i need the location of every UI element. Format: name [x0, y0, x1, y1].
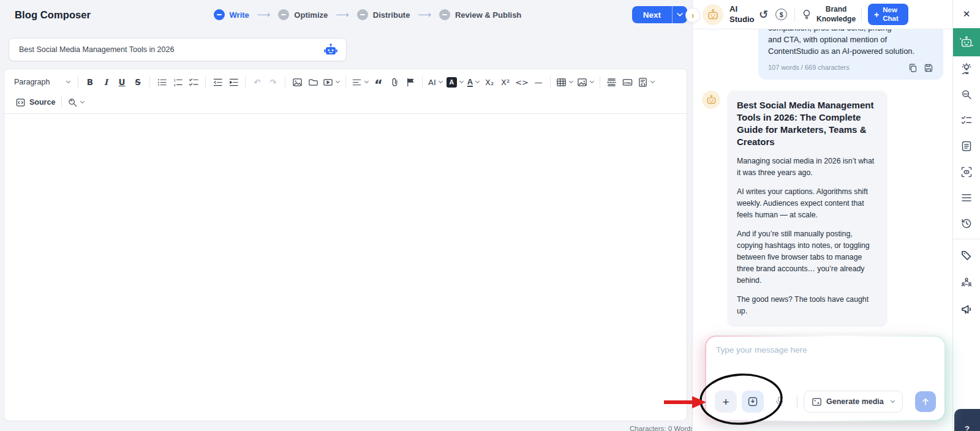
step-distribute[interactable]: Distribute	[357, 9, 410, 20]
ai-title-assistant-icon[interactable]	[323, 42, 339, 57]
strikethrough-button[interactable]: S	[130, 74, 146, 90]
html-embed-button[interactable]: HTML	[620, 74, 636, 90]
editor-status-bar: Characters: 0 Words: 0	[630, 425, 702, 431]
rail-item-team[interactable]	[953, 269, 980, 296]
idea-hand-icon	[960, 63, 973, 75]
media-library-button[interactable]	[305, 74, 321, 90]
right-icon-rail: ✕ SEO	[952, 0, 980, 431]
inline-code-button[interactable]: <>	[513, 74, 530, 90]
rail-item-notes[interactable]	[953, 133, 980, 159]
subscript-button[interactable]: X₂	[481, 74, 497, 90]
rail-item-outline[interactable]	[953, 185, 980, 211]
chat-history-button[interactable]: ↺	[759, 8, 768, 21]
collapse-panel-button[interactable]: ›	[685, 8, 700, 23]
underline-label: U	[119, 77, 126, 87]
copy-icon	[908, 63, 918, 73]
font-color-button[interactable]: A	[466, 74, 481, 90]
checklist-icon	[960, 114, 973, 127]
undo-button[interactable]: ↶	[249, 74, 265, 90]
ideas-button[interactable]	[801, 9, 812, 20]
find-replace-button[interactable]	[66, 94, 86, 110]
highlight-color-button[interactable]: A	[445, 74, 466, 90]
step-write[interactable]: Write	[214, 9, 249, 20]
flag-icon	[405, 77, 416, 88]
generate-media-button[interactable]: Generate media	[804, 391, 903, 413]
outdent-button[interactable]	[209, 74, 225, 90]
brand-knowledge-link[interactable]: Brand Knowledge	[816, 5, 856, 24]
rail-item-seo[interactable]: SEO	[953, 82, 980, 108]
voice-input-button[interactable]	[769, 391, 791, 413]
step-review-publish[interactable]: Review & Publish	[439, 9, 521, 20]
step-arrow-icon: ⟶	[257, 9, 271, 20]
superscript-label: X²	[501, 78, 510, 87]
indent-button[interactable]	[225, 74, 241, 90]
insert-video-button[interactable]	[321, 74, 342, 90]
horizontal-rule-icon: —	[534, 78, 542, 87]
text-align-button[interactable]	[350, 74, 371, 90]
rail-item-ai-assistant[interactable]	[953, 28, 980, 56]
save-icon	[924, 63, 933, 73]
robot-icon	[706, 94, 717, 105]
chat-input-actions: +	[715, 391, 936, 413]
post-title-input[interactable]: Best Social Media Management Tools in 20…	[9, 38, 347, 61]
numbered-list-button[interactable]: 1 2	[170, 74, 186, 90]
blog-composer-main: Blog Composer Write ⟶ Optimize ⟶ Distrib…	[0, 0, 692, 431]
image-options-button[interactable]	[575, 74, 596, 90]
bold-button[interactable]: B	[82, 74, 98, 90]
page-break-button[interactable]	[604, 74, 620, 90]
todo-list-button[interactable]	[186, 74, 202, 90]
rail-item-campaigns[interactable]	[953, 296, 980, 323]
ai-studio-header: › AI Studio ↺ $	[693, 0, 952, 29]
paragraph-style-label: Paragraph	[14, 78, 64, 86]
anchor-flag-button[interactable]	[402, 74, 418, 90]
rail-item-preview[interactable]	[953, 159, 980, 185]
rail-item-tags[interactable]	[953, 242, 980, 269]
paragraph-style-select[interactable]: Paragraph	[10, 78, 74, 86]
send-message-button[interactable]	[915, 391, 936, 412]
outdent-icon	[213, 77, 223, 88]
ai-writer-button[interactable]: AI	[426, 74, 445, 90]
prompt-library-button[interactable]	[742, 391, 764, 413]
italic-button[interactable]: I	[98, 74, 114, 90]
step-optimize[interactable]: Optimize	[278, 9, 328, 20]
history-clock-icon	[960, 217, 973, 230]
page-title: Blog Composer	[15, 9, 91, 21]
main-header: Blog Composer Write ⟶ Optimize ⟶ Distrib…	[0, 0, 692, 29]
rail-item-ideas[interactable]	[953, 56, 980, 82]
chevron-down-icon	[439, 79, 443, 83]
word-count-meta: 107 words / 669 characters	[768, 62, 850, 73]
attach-button[interactable]: +	[715, 391, 737, 413]
toolbar-divider	[345, 76, 346, 88]
assistant-message-row: Best Social Media Management Tools in 20…	[702, 91, 946, 327]
new-chat-label: New Chat	[883, 6, 902, 23]
chat-message-input[interactable]: Type your message here	[716, 345, 935, 354]
step-review-circle-icon	[439, 9, 450, 20]
blockquote-button[interactable]: “	[371, 74, 386, 90]
insert-link-button[interactable]	[386, 74, 402, 90]
horizontal-rule-button[interactable]: —	[530, 74, 546, 90]
new-chat-button[interactable]: + New Chat	[868, 4, 908, 26]
superscript-button[interactable]: X²	[497, 74, 513, 90]
help-widget[interactable]: ?	[954, 409, 980, 431]
bulleted-list-icon	[157, 77, 167, 88]
copy-message-button[interactable]	[908, 63, 918, 73]
insert-table-button[interactable]	[554, 74, 575, 90]
save-message-button[interactable]	[924, 63, 933, 73]
image-icon	[292, 77, 303, 88]
close-panel-button[interactable]: ✕	[953, 0, 980, 28]
credits-button[interactable]: $	[775, 9, 787, 20]
editor-content-area[interactable]	[4, 114, 687, 419]
tag-icon	[960, 249, 973, 261]
underline-button[interactable]: U	[114, 74, 130, 90]
source-toggle-button[interactable]: Source	[13, 97, 58, 108]
code-template-button[interactable]	[636, 74, 657, 90]
user-message-line: and CTA, with optional mention of	[768, 34, 933, 45]
rail-item-checklist[interactable]	[953, 108, 980, 133]
bulleted-list-button[interactable]	[154, 74, 170, 90]
redo-button[interactable]: ↷	[265, 74, 281, 90]
insert-image-button[interactable]	[289, 74, 305, 90]
assistant-paragraph: The good news? The tools have caught up.	[737, 294, 878, 317]
rail-item-history[interactable]	[953, 211, 980, 236]
user-message-line: ContentStudio as an AI-powered solution.	[768, 45, 933, 57]
chevron-down-icon	[66, 79, 70, 83]
